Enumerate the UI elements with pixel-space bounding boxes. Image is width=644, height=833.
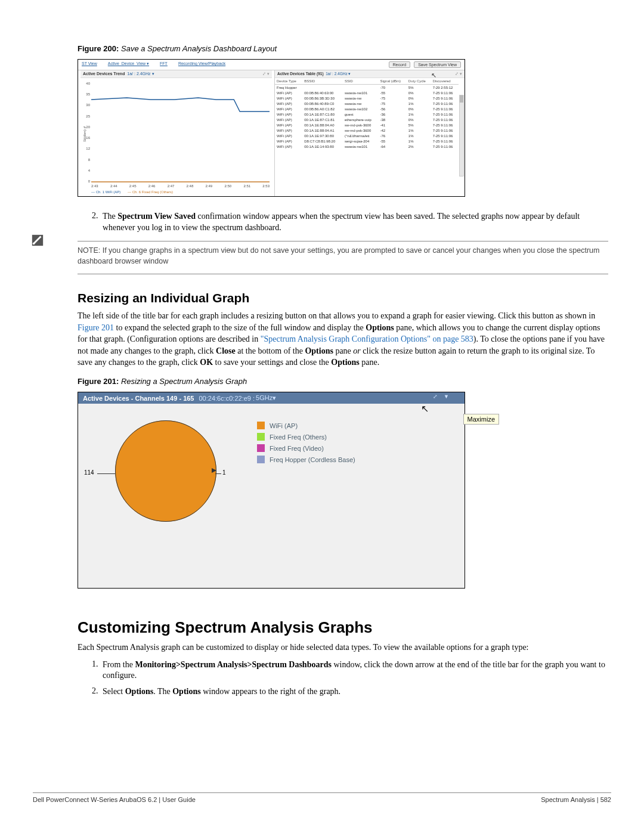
trend-chart: Si(dbm) # 40 35 30 25 20 16 12 8 4 0 [91,82,270,183]
resize-handle-icon[interactable]: ⤢ ▾ [455,72,462,76]
note-icon [31,234,44,247]
table-row: WiFi (AP)00:1A:1E:88:04:A0sw-md-psk-3600… [275,122,459,128]
table-row: WiFi (AP)00:0B:86:40:89:C0swasta-nw-751%… [275,101,459,106]
figure201-caption: Figure 201: Resizing a Spectrum Analysis… [78,377,608,386]
table-row: WiFi (AP)00:1A:1E:87:C1:81ethersphere-vo… [275,117,459,122]
resize-handle-icon[interactable]: ⤢ ▾ [262,72,270,76]
table-row: WiFi (AP)00:0B:86:3B:3D:30swasta-nw-750%… [275,95,459,101]
y-axis: 40 35 30 25 20 16 12 8 4 0 [83,82,90,183]
divider [78,241,608,241]
paragraph-customizing: Each Spectrum Analysis graph can be cust… [78,642,608,654]
active-devices-table-title: Active Devices Table (91) 1a/ : 2.4GHz ▾… [275,70,465,78]
table-radio-selector[interactable]: 1a/ : 2.4GHz ▾ [326,72,351,76]
link-spectrum-config-options[interactable]: "Spectrum Analysis Graph Configuration O… [261,335,473,343]
maximize-tooltip: Maximize [463,414,499,425]
link-figure201[interactable]: Figure 201 [78,323,114,332]
heading-customizing: Customizing Spectrum Analysis Graphs [78,618,608,637]
tab-fft[interactable]: FFT [160,61,168,68]
pie-chart: 114 1 [84,420,239,528]
table-row: Freq Hopper-705%7-29 2:55:12 [275,85,459,91]
active-devices-table: Device Type BSSID SSID Signal (dBm) Duty… [275,78,459,149]
footer-left: Dell PowerConnect W-Series ArubaOS 6.2 |… [33,796,196,803]
scrollbar[interactable] [459,95,464,176]
tab-stview[interactable]: ST View [82,61,97,68]
table-row: WiFi (AP)00:1A:1E:87:C1:80guest-361%7-25… [275,112,459,117]
active-devices-trend-title: Active Devices Trend 1a/ : 2.4GHz ▾ ⤢ ▾ [80,70,272,78]
footer-right: Spectrum Analysis | 582 [541,796,611,803]
divider [78,274,608,274]
paragraph-resizing: The left side of the title bar for each … [78,310,608,368]
scrollbar-thumb[interactable] [460,95,463,103]
record-button[interactable]: Record [389,61,411,68]
table-row: WiFi (AP)00:1A:1E:14:93:80swasta-nw101-6… [275,144,459,149]
resize-icon[interactable]: ⤢ [433,394,438,400]
table-row: WiFi (AP)00:0B:86:A0:C1:82swasta-nw102-5… [275,106,459,112]
chevron-down-icon[interactable]: ▼ [444,394,449,400]
figure200-dashboard: ST View Active_Device_View ▾ FFT Recordi… [78,59,465,197]
figure200-caption: Figure 200: Save a Spectrum Analysis Das… [78,44,608,53]
table-row: WiFi (AP)00:0B:86:40:63:00swasta-nw101-5… [275,90,459,95]
custom-step-1: 1. From the Monitoring>Spectrum Analysis… [92,659,608,682]
graph-title-bar: Active Devices - Channels 149 - 165 00:2… [78,392,465,404]
pie-legend: WiFi (AP) Fixed Freq (Others) Fixed Freq… [257,422,355,528]
trend-radio-selector[interactable]: 1a/ : 2.4GHz ▾ [127,72,154,76]
figure201-title: Resizing a Spectrum Analysis Graph [121,377,247,386]
heading-resizing: Resizing an Individual Graph [78,291,608,305]
page-footer: Dell PowerConnect W-Series ArubaOS 6.2 |… [33,792,611,803]
table-row: WiFi (AP)D8:C7:C8:B1:98:20sergi-sujaa-20… [275,138,459,144]
figure201-graph-panel: Active Devices - Channels 149 - 165 00:2… [78,392,465,589]
cursor-icon: ↖ [421,403,429,414]
step-2: 2. The Spectrum View Saved confirmation … [92,211,608,234]
pie-value-right: 1 [222,469,226,476]
tab-active-device-view[interactable]: Active_Device_View ▾ [108,61,149,68]
save-spectrum-view-button[interactable]: Save Spectrum View ↖ [414,61,461,68]
table-row: WiFi (AP)00:1A:1E:97:30:80(°n&'dharma/et… [275,133,459,138]
table-row: WiFi (AP)00:1A:1E:88:04:A1sw-md-psk-3600… [275,128,459,133]
figure200-title: Save a Spectrum Analysis Dashboard Layou… [121,44,277,53]
figure201-label: Figure 201: [78,377,119,386]
tab-recording[interactable]: Recording View/Playback [178,61,225,68]
figure200-label: Figure 200: [78,44,119,53]
x-axis: 2:43 2:44 2:45 2:46 2:47 2:48 2:49 2:50 … [91,184,270,188]
custom-step-2: 2. Select Options. The Options window ap… [92,686,608,698]
note-text: NOTE: If you change graphs in a spectrum… [78,245,608,267]
trend-legend: — Ch. 1 WiFi (AP) — Ch. 6 Fixed Freq (Ot… [91,190,272,194]
pie-value-left: 114 [84,469,94,476]
svg-point-1 [33,243,35,245]
band-selector[interactable]: 5GHz▾ [256,394,276,402]
